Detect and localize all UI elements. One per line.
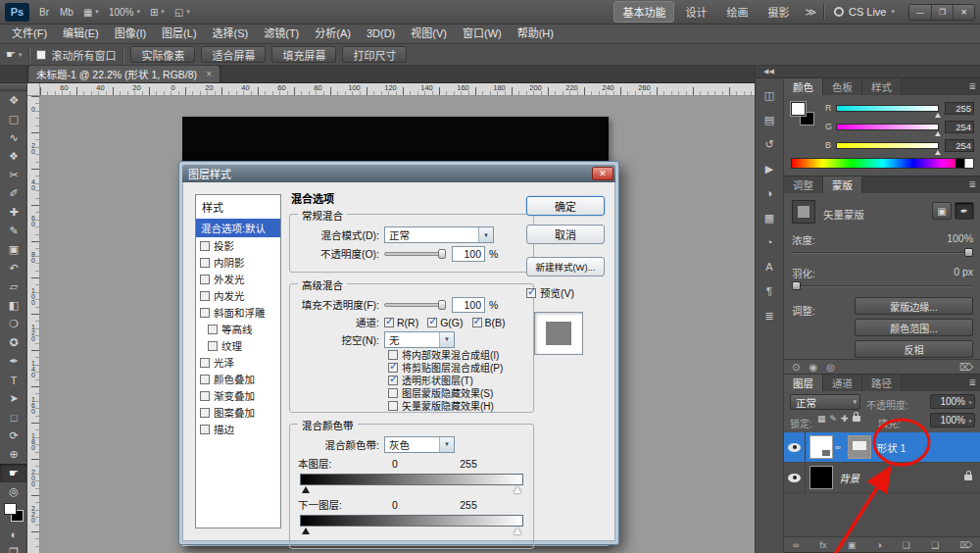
- add-vector-mask-button[interactable]: ✒: [955, 202, 974, 220]
- view-extras-icon[interactable]: ▦: [79, 3, 103, 21]
- feather-slider-knob[interactable]: [792, 281, 801, 290]
- vector-mask-thumbnail[interactable]: [848, 435, 871, 459]
- lasso-tool[interactable]: ∿: [0, 128, 27, 147]
- dock-icon-2[interactable]: ▤: [759, 110, 780, 129]
- menu-item[interactable]: 帮助(H): [510, 25, 562, 43]
- style-checkbox[interactable]: [200, 291, 210, 301]
- knockout-select[interactable]: 无: [384, 331, 455, 348]
- panel-menu-icon[interactable]: ≣: [968, 179, 976, 189]
- dodge-tool[interactable]: ✪: [0, 333, 27, 352]
- mask-thumbnail[interactable]: [792, 200, 815, 224]
- path-selection-tool[interactable]: ➤: [0, 389, 27, 408]
- blend-option-checkbox[interactable]: [388, 376, 398, 385]
- minimize-button[interactable]: —: [909, 5, 931, 20]
- style-item[interactable]: 投影: [196, 237, 280, 254]
- collapse-panels-icon[interactable]: ◀◀: [763, 68, 774, 75]
- style-checkbox[interactable]: [200, 258, 210, 268]
- adjustment-layer-icon[interactable]: ◑: [876, 540, 881, 550]
- blue-slider[interactable]: [836, 142, 939, 149]
- dock-icon-3[interactable]: ↺: [759, 134, 780, 154]
- options-button[interactable]: 适合屏幕: [201, 46, 266, 63]
- opacity-slider[interactable]: [384, 252, 445, 256]
- mask-refine-button[interactable]: 蒙版边缘...: [855, 297, 973, 315]
- blend-if-white-marker[interactable]: [514, 528, 521, 534]
- green-slider[interactable]: [836, 124, 939, 130]
- panel-menu-icon[interactable]: ≣: [968, 377, 976, 387]
- close-button[interactable]: ✕: [953, 5, 974, 20]
- style-item[interactable]: 外发光: [196, 271, 280, 287]
- dock-icon-4[interactable]: ▶: [759, 159, 780, 178]
- green-value[interactable]: 254: [945, 121, 974, 133]
- blend-if-black-marker[interactable]: [302, 486, 310, 493]
- opacity-slider-knob[interactable]: [438, 249, 446, 259]
- menu-item[interactable]: 分析(A): [307, 25, 359, 43]
- options-button[interactable]: 打印尺寸: [342, 46, 407, 63]
- arrange-documents-icon[interactable]: ⊞: [146, 3, 169, 21]
- new-layer-icon[interactable]: ❑: [931, 540, 939, 550]
- blend-if-black-marker[interactable]: [302, 528, 310, 534]
- style-checkbox[interactable]: [200, 375, 210, 384]
- options-button[interactable]: 填充屏幕: [271, 46, 336, 63]
- options-button[interactable]: 实际像素: [130, 46, 195, 63]
- channel-checkbox-row[interactable]: R(R): [384, 317, 418, 328]
- layer-blend-mode-select[interactable]: 正常: [790, 394, 860, 410]
- layer-thumbnail[interactable]: [809, 435, 833, 459]
- opacity-input[interactable]: 100: [452, 246, 485, 262]
- tab-close-icon[interactable]: ×: [206, 69, 212, 79]
- shape-tool[interactable]: □: [0, 408, 27, 427]
- menu-item[interactable]: 视图(V): [403, 25, 455, 43]
- style-item[interactable]: 渐变叠加: [196, 387, 280, 404]
- menu-item[interactable]: 选择(S): [205, 25, 257, 43]
- panel-menu-icon[interactable]: ≣: [968, 81, 976, 91]
- style-checkbox[interactable]: [208, 341, 218, 351]
- style-checkbox[interactable]: [200, 391, 210, 401]
- panel-tab[interactable]: 通道: [823, 375, 862, 391]
- panel-tab[interactable]: 调整: [784, 176, 823, 193]
- channel-checkbox-row[interactable]: B(B): [472, 317, 506, 328]
- delete-mask-icon[interactable]: ⌦: [959, 362, 973, 373]
- panel-tab[interactable]: 颜色: [784, 78, 823, 95]
- add-pixel-mask-button[interactable]: ▣: [932, 202, 952, 220]
- channel-checkbox-row[interactable]: G(G): [427, 317, 463, 328]
- type-tool[interactable]: T: [0, 371, 27, 389]
- panel-tab[interactable]: 样式: [862, 78, 902, 95]
- lock-transparent-icon[interactable]: ▦: [817, 414, 826, 424]
- red-slider[interactable]: [836, 105, 939, 112]
- mask-refine-button[interactable]: 颜色范围...: [855, 319, 973, 336]
- bridge-icon[interactable]: Br: [34, 3, 54, 21]
- healing-brush-tool[interactable]: ✚: [0, 203, 27, 222]
- layer-visibility-toggle[interactable]: [784, 463, 806, 493]
- style-checkbox[interactable]: [200, 275, 210, 284]
- menu-item[interactable]: 编辑(E): [55, 25, 107, 43]
- style-item[interactable]: 纹理: [196, 337, 280, 354]
- tools-panel-grip[interactable]: [0, 83, 26, 91]
- style-item[interactable]: 光泽: [196, 354, 280, 371]
- fill-opacity-slider-knob[interactable]: [438, 300, 446, 310]
- blue-value[interactable]: 254: [945, 139, 974, 152]
- clone-stamp-tool[interactable]: ▣: [0, 240, 27, 259]
- dock-icon-9[interactable]: ¶: [759, 281, 780, 301]
- layer-thumbnail[interactable]: [809, 466, 833, 489]
- lock-all-icon[interactable]: [853, 416, 860, 422]
- layer-name[interactable]: 形状 1: [877, 440, 906, 455]
- document-tab[interactable]: 未标题-1 @ 22.2% (形状 1, RGB/8) ×: [27, 65, 220, 82]
- menu-item[interactable]: 滤镜(T): [256, 25, 307, 43]
- workspace-overflow-icon[interactable]: ≫: [801, 6, 820, 19]
- ok-button[interactable]: 确定: [526, 196, 605, 216]
- move-tool[interactable]: ✥: [0, 91, 27, 110]
- marquee-tool[interactable]: ▢: [0, 110, 27, 128]
- style-item[interactable]: 颜色叠加: [196, 371, 280, 387]
- foreground-color-swatch[interactable]: [791, 102, 806, 116]
- style-item[interactable]: 内阴影: [196, 254, 280, 271]
- color-spectrum-ramp[interactable]: [791, 158, 974, 169]
- restore-button[interactable]: ❐: [931, 5, 953, 20]
- dock-icon-5[interactable]: ◑: [759, 183, 780, 203]
- eyedropper-tool[interactable]: ✐: [0, 184, 27, 203]
- style-checkbox[interactable]: [200, 358, 210, 368]
- density-slider-knob[interactable]: [964, 248, 973, 257]
- 3d-rotate-tool[interactable]: ⟳: [0, 427, 27, 445]
- dock-icon-10[interactable]: ≣: [759, 306, 780, 326]
- style-item[interactable]: 等高线: [196, 321, 280, 337]
- ramp-black-swatch[interactable]: [956, 159, 964, 168]
- layer-name[interactable]: 背景: [839, 471, 859, 485]
